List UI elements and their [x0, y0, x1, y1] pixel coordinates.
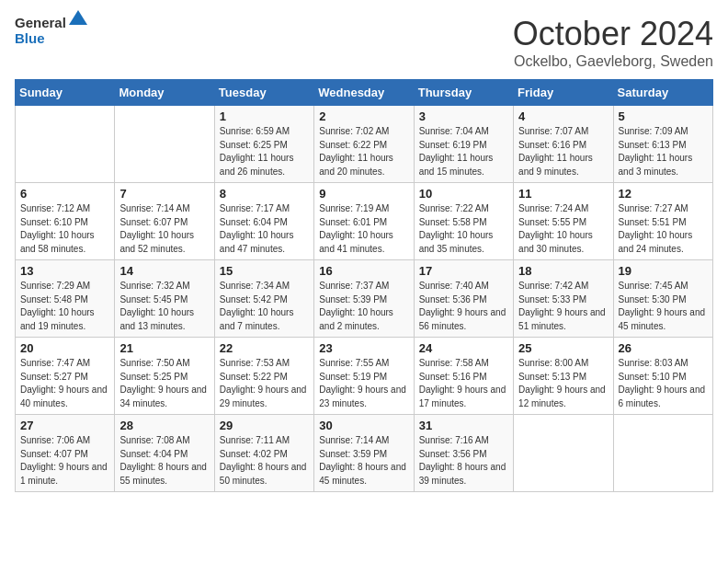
- calendar-cell: [16, 106, 115, 183]
- day-info: Sunrise: 7:06 AM Sunset: 4:07 PM Dayligh…: [20, 434, 109, 488]
- day-number: 17: [419, 264, 508, 278]
- day-number: 9: [319, 187, 408, 201]
- day-number: 31: [419, 419, 508, 432]
- day-info: Sunrise: 7:42 AM Sunset: 5:33 PM Dayligh…: [518, 280, 608, 333]
- day-info: Sunrise: 7:02 AM Sunset: 6:22 PM Dayligh…: [319, 125, 408, 178]
- day-number: 3: [419, 109, 508, 123]
- calendar-cell: 6Sunrise: 7:12 AM Sunset: 6:10 PM Daylig…: [16, 183, 115, 260]
- day-number: 24: [419, 341, 508, 355]
- header-sunday: Sunday: [16, 80, 115, 106]
- day-info: Sunrise: 6:59 AM Sunset: 6:25 PM Dayligh…: [220, 125, 309, 178]
- calendar-cell: 17Sunrise: 7:40 AM Sunset: 5:36 PM Dayli…: [414, 260, 513, 338]
- day-number: 15: [220, 264, 309, 278]
- day-info: Sunrise: 7:17 AM Sunset: 6:04 PM Dayligh…: [220, 202, 309, 256]
- day-info: Sunrise: 7:34 AM Sunset: 5:42 PM Dayligh…: [220, 280, 309, 333]
- calendar-cell: 16Sunrise: 7:37 AM Sunset: 5:39 PM Dayli…: [314, 260, 414, 338]
- svg-marker-0: [69, 10, 87, 25]
- day-info: Sunrise: 7:29 AM Sunset: 5:48 PM Dayligh…: [20, 280, 109, 333]
- calendar-cell: 11Sunrise: 7:24 AM Sunset: 5:55 PM Dayli…: [514, 183, 613, 260]
- calendar-cell: 2Sunrise: 7:02 AM Sunset: 6:22 PM Daylig…: [314, 106, 414, 183]
- page-header: General Blue October 2024 Ockelbo, Gaevl…: [15, 15, 713, 70]
- header-friday: Friday: [514, 80, 613, 106]
- day-info: Sunrise: 7:07 AM Sunset: 6:16 PM Dayligh…: [518, 125, 608, 178]
- day-number: 29: [220, 419, 309, 432]
- calendar-cell: 27Sunrise: 7:06 AM Sunset: 4:07 PM Dayli…: [16, 415, 115, 492]
- day-info: Sunrise: 7:40 AM Sunset: 5:36 PM Dayligh…: [419, 280, 508, 333]
- calendar-cell: 5Sunrise: 7:09 AM Sunset: 6:13 PM Daylig…: [613, 106, 712, 183]
- title-block: October 2024 Ockelbo, Gaevleborg, Sweden: [513, 15, 713, 70]
- day-info: Sunrise: 8:00 AM Sunset: 5:13 PM Dayligh…: [518, 357, 608, 410]
- calendar-cell: 31Sunrise: 7:16 AM Sunset: 3:56 PM Dayli…: [414, 415, 513, 492]
- calendar-cell: 26Sunrise: 8:03 AM Sunset: 5:10 PM Dayli…: [613, 338, 712, 415]
- day-info: Sunrise: 7:47 AM Sunset: 5:27 PM Dayligh…: [20, 357, 109, 410]
- day-number: 21: [119, 341, 209, 355]
- title-location: Ockelbo, Gaevleborg, Sweden: [513, 53, 713, 70]
- day-number: 8: [220, 187, 309, 201]
- calendar-cell: 20Sunrise: 7:47 AM Sunset: 5:27 PM Dayli…: [16, 338, 115, 415]
- header-monday: Monday: [115, 80, 214, 106]
- day-number: 11: [518, 187, 608, 201]
- day-number: 7: [119, 187, 209, 201]
- day-info: Sunrise: 7:37 AM Sunset: 5:39 PM Dayligh…: [319, 280, 408, 333]
- day-number: 18: [518, 264, 608, 278]
- calendar-header-row: SundayMondayTuesdayWednesdayThursdayFrid…: [16, 80, 713, 106]
- calendar-cell: 30Sunrise: 7:14 AM Sunset: 3:59 PM Dayli…: [314, 415, 414, 492]
- day-info: Sunrise: 7:16 AM Sunset: 3:56 PM Dayligh…: [419, 434, 508, 488]
- day-info: Sunrise: 7:09 AM Sunset: 6:13 PM Dayligh…: [619, 125, 708, 178]
- logo-blue: Blue: [15, 30, 45, 46]
- day-number: 10: [419, 187, 508, 201]
- day-info: Sunrise: 7:14 AM Sunset: 6:07 PM Dayligh…: [119, 202, 209, 256]
- calendar-cell: 25Sunrise: 8:00 AM Sunset: 5:13 PM Dayli…: [514, 338, 613, 415]
- calendar-cell: 9Sunrise: 7:19 AM Sunset: 6:01 PM Daylig…: [314, 183, 414, 260]
- calendar-cell: 8Sunrise: 7:17 AM Sunset: 6:04 PM Daylig…: [214, 183, 313, 260]
- calendar-cell: 12Sunrise: 7:27 AM Sunset: 5:51 PM Dayli…: [613, 183, 712, 260]
- calendar-cell: 4Sunrise: 7:07 AM Sunset: 6:16 PM Daylig…: [514, 106, 613, 183]
- calendar-cell: 29Sunrise: 7:11 AM Sunset: 4:02 PM Dayli…: [214, 415, 313, 492]
- day-info: Sunrise: 7:45 AM Sunset: 5:30 PM Dayligh…: [619, 280, 708, 333]
- day-info: Sunrise: 7:12 AM Sunset: 6:10 PM Dayligh…: [20, 202, 109, 256]
- week-row-1: 1Sunrise: 6:59 AM Sunset: 6:25 PM Daylig…: [16, 106, 713, 183]
- calendar-cell: 15Sunrise: 7:34 AM Sunset: 5:42 PM Dayli…: [214, 260, 313, 338]
- day-info: Sunrise: 7:22 AM Sunset: 5:58 PM Dayligh…: [419, 202, 508, 256]
- calendar-cell: [613, 415, 712, 492]
- week-row-5: 27Sunrise: 7:06 AM Sunset: 4:07 PM Dayli…: [16, 415, 713, 492]
- day-info: Sunrise: 7:11 AM Sunset: 4:02 PM Dayligh…: [220, 434, 309, 488]
- day-number: 27: [20, 419, 109, 432]
- calendar-cell: [115, 106, 214, 183]
- day-number: 22: [220, 341, 309, 355]
- calendar-cell: 22Sunrise: 7:53 AM Sunset: 5:22 PM Dayli…: [214, 338, 313, 415]
- day-info: Sunrise: 7:04 AM Sunset: 6:19 PM Dayligh…: [419, 125, 508, 178]
- calendar-cell: 18Sunrise: 7:42 AM Sunset: 5:33 PM Dayli…: [514, 260, 613, 338]
- day-number: 5: [619, 109, 708, 123]
- calendar-cell: 23Sunrise: 7:55 AM Sunset: 5:19 PM Dayli…: [314, 338, 414, 415]
- day-number: 26: [619, 341, 708, 355]
- day-info: Sunrise: 7:50 AM Sunset: 5:25 PM Dayligh…: [119, 357, 209, 410]
- calendar-cell: 3Sunrise: 7:04 AM Sunset: 6:19 PM Daylig…: [414, 106, 513, 183]
- calendar-cell: 13Sunrise: 7:29 AM Sunset: 5:48 PM Dayli…: [16, 260, 115, 338]
- day-number: 23: [319, 341, 408, 355]
- logo: General Blue: [15, 15, 87, 46]
- day-number: 25: [518, 341, 608, 355]
- calendar-cell: 14Sunrise: 7:32 AM Sunset: 5:45 PM Dayli…: [115, 260, 214, 338]
- day-number: 1: [220, 109, 309, 123]
- day-number: 13: [20, 264, 109, 278]
- day-info: Sunrise: 7:53 AM Sunset: 5:22 PM Dayligh…: [220, 357, 309, 410]
- calendar-cell: 19Sunrise: 7:45 AM Sunset: 5:30 PM Dayli…: [613, 260, 712, 338]
- calendar-cell: 28Sunrise: 7:08 AM Sunset: 4:04 PM Dayli…: [115, 415, 214, 492]
- day-number: 12: [619, 187, 708, 201]
- day-info: Sunrise: 7:19 AM Sunset: 6:01 PM Dayligh…: [319, 202, 408, 256]
- week-row-3: 13Sunrise: 7:29 AM Sunset: 5:48 PM Dayli…: [16, 260, 713, 338]
- day-info: Sunrise: 7:08 AM Sunset: 4:04 PM Dayligh…: [119, 434, 209, 488]
- day-info: Sunrise: 7:27 AM Sunset: 5:51 PM Dayligh…: [619, 202, 708, 256]
- calendar-cell: 24Sunrise: 7:58 AM Sunset: 5:16 PM Dayli…: [414, 338, 513, 415]
- day-number: 2: [319, 109, 408, 123]
- day-number: 16: [319, 264, 408, 278]
- day-number: 30: [319, 419, 408, 432]
- day-info: Sunrise: 7:58 AM Sunset: 5:16 PM Dayligh…: [419, 357, 508, 410]
- calendar-cell: 10Sunrise: 7:22 AM Sunset: 5:58 PM Dayli…: [414, 183, 513, 260]
- day-number: 6: [20, 187, 109, 201]
- day-number: 19: [619, 264, 708, 278]
- calendar-cell: 21Sunrise: 7:50 AM Sunset: 5:25 PM Dayli…: [115, 338, 214, 415]
- day-info: Sunrise: 7:32 AM Sunset: 5:45 PM Dayligh…: [119, 280, 209, 333]
- day-info: Sunrise: 8:03 AM Sunset: 5:10 PM Dayligh…: [619, 357, 708, 410]
